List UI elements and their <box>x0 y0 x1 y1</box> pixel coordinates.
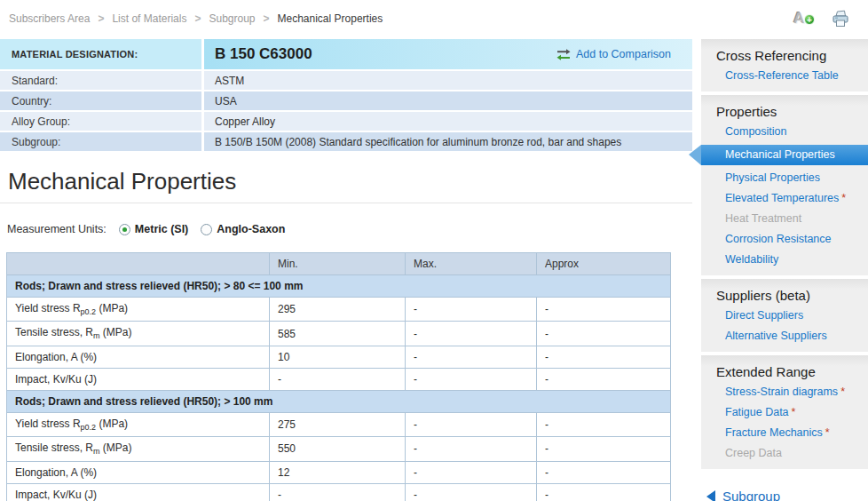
premium-star: * <box>792 406 796 418</box>
add-to-comparison-label: Add to Comparison <box>576 48 671 60</box>
sidebar-item-label: Elevated Temperatures <box>725 192 839 204</box>
compare-arrows-icon <box>556 49 571 60</box>
sidebar-item-alternative-suppliers[interactable]: Alternative Suppliers <box>701 326 868 346</box>
standard-value: ASTM <box>204 71 692 90</box>
section-label: Rods; Drawn and stress relieved (HR50); … <box>7 275 671 298</box>
property-label-text: Yield stress R <box>15 302 81 314</box>
material-designation-label: MATERIAL DESIGNATION: <box>0 39 201 69</box>
approx-value: - <box>537 298 671 322</box>
info-row-country: Country: USA <box>0 91 692 110</box>
property-label: Tensile stress, Rm (MPa) <box>7 437 270 461</box>
sidebar-item-label: Fracture Mechanics <box>725 426 823 439</box>
sidebar-item-fatigue-data[interactable]: Fatigue Data* <box>701 402 868 423</box>
min-value: - <box>270 368 406 390</box>
subgroup-value: B 150/B 150M (2008) Standard specificati… <box>204 132 692 151</box>
column-header-min: Min. <box>270 253 406 275</box>
sidebar-item-direct-suppliers[interactable]: Direct Suppliers <box>701 306 868 326</box>
breadcrumb-subgroup[interactable]: Subgroup <box>209 12 255 25</box>
approx-value: - <box>537 483 671 501</box>
chevron-right-icon: > <box>194 12 201 25</box>
sidebar-section-title: Suppliers (beta) <box>701 282 868 306</box>
add-to-comparison-button[interactable]: Add to Comparison <box>556 48 671 60</box>
approx-value: - <box>537 461 671 483</box>
max-value: - <box>406 346 537 368</box>
country-label: Country: <box>0 91 201 110</box>
material-designation-value-cell: B 150 C63000 Add to Comparison <box>204 39 692 69</box>
info-row-standard: Standard: ASTM <box>0 71 692 90</box>
back-to-subgroup-link[interactable]: Subgroup <box>706 489 868 501</box>
info-row-alloy-group: Alloy Group: Copper Alloy <box>0 112 692 131</box>
sidebar-item-label: Stress-Strain diagrams <box>725 386 838 398</box>
country-value: USA <box>204 91 692 110</box>
property-label-text: Tensile stress, R <box>15 326 93 338</box>
property-label-suffix: (MPa) <box>100 441 132 454</box>
table-row: Impact, Kv/Ku (J) - - - <box>7 368 671 390</box>
table-section-row: Rods; Drawn and stress relieved (HR50); … <box>7 275 671 298</box>
metric-radio-label[interactable]: Metric (SI) <box>135 223 188 235</box>
sidebar-item-elevated-temperatures[interactable]: Elevated Temperatures* <box>701 188 868 209</box>
sidebar-item-cross-reference-table[interactable]: Cross-Reference Table <box>701 66 868 86</box>
breadcrumb-subscribers-area[interactable]: Subscribers Area <box>9 12 90 25</box>
main-content: MATERIAL DESIGNATION: B 150 C63000 Add t… <box>0 39 692 501</box>
subgroup-label: Subgroup: <box>0 132 201 151</box>
min-value: 550 <box>270 437 406 461</box>
font-letter: A <box>793 10 804 27</box>
sidebar-item-corrosion-resistance[interactable]: Corrosion Resistance <box>701 229 868 250</box>
measurement-units-row: Measurement Units: Metric (SI) Anglo-Sax… <box>7 223 692 235</box>
property-label-text: Elongation, A (%) <box>15 351 97 363</box>
min-value: 10 <box>270 346 406 368</box>
standard-label: Standard: <box>0 71 201 90</box>
property-label: Elongation, A (%) <box>7 461 270 483</box>
property-label: Elongation, A (%) <box>7 346 270 368</box>
material-designation-header: MATERIAL DESIGNATION: B 150 C63000 Add t… <box>0 39 692 69</box>
measurement-units-label: Measurement Units: <box>7 223 107 235</box>
approx-value: - <box>537 412 671 436</box>
font-size-increase-icon[interactable]: A + <box>793 10 815 28</box>
sidebar-section-title: Properties <box>701 98 868 122</box>
min-value: 295 <box>270 298 406 322</box>
property-label: Tensile stress, Rm (MPa) <box>7 322 270 346</box>
approx-value: - <box>537 437 671 461</box>
anglo-saxon-radio-option[interactable]: Anglo-Saxon <box>201 223 285 235</box>
table-section-row: Rods; Drawn and stress relieved (HR50); … <box>7 390 671 412</box>
print-icon[interactable] <box>831 10 850 28</box>
property-label-text: Impact, Kv/Ku (J) <box>15 489 97 501</box>
max-value: - <box>406 437 537 461</box>
chevron-right-icon: > <box>98 12 104 25</box>
max-value: - <box>406 368 537 390</box>
approx-value: - <box>537 346 671 368</box>
max-value: - <box>406 461 537 483</box>
property-label: Impact, Kv/Ku (J) <box>7 483 270 501</box>
metric-radio-option[interactable]: Metric (SI) <box>119 223 188 235</box>
premium-star: * <box>825 426 830 439</box>
sidebar-item-mechanical-properties[interactable]: Mechanical Properties <box>701 145 868 165</box>
max-value: - <box>406 322 537 346</box>
sidebar-item-weldability[interactable]: Weldability <box>701 250 868 270</box>
back-to-subgroup-label: Subgroup <box>722 489 780 501</box>
column-header-max: Max. <box>406 253 537 275</box>
triangle-left-icon <box>706 490 715 501</box>
sidebar-item-fracture-mechanics[interactable]: Fracture Mechanics* <box>701 423 868 443</box>
table-row: Yield stress Rp0.2 (MPa) 295 - - <box>7 298 671 322</box>
metric-radio-button[interactable] <box>119 224 130 235</box>
min-value: 585 <box>270 322 406 346</box>
anglo-saxon-radio-button[interactable] <box>201 224 212 235</box>
sidebar-section-extended-range: Extended Range Stress-Strain diagrams* F… <box>701 355 868 469</box>
sidebar-item-creep-data: Creep Data <box>701 443 868 464</box>
property-label-sub: p0.2 <box>81 423 97 432</box>
breadcrumb-list-of-materials[interactable]: List of Materials <box>112 12 186 25</box>
table-header-row: Min. Max. Approx <box>7 253 671 275</box>
approx-value: - <box>537 368 671 390</box>
sidebar-item-composition[interactable]: Composition <box>701 122 868 142</box>
page-toolbar: A + <box>793 10 850 28</box>
anglo-saxon-radio-label[interactable]: Anglo-Saxon <box>217 223 285 235</box>
table-row: Tensile stress, Rm (MPa) 550 - - <box>7 437 671 461</box>
sidebar-item-stress-strain-diagrams[interactable]: Stress-Strain diagrams* <box>701 382 868 402</box>
sidebar-section-properties: Properties Composition Mechanical Proper… <box>701 95 868 275</box>
sidebar-item-physical-properties[interactable]: Physical Properties <box>701 168 868 188</box>
table-row: Tensile stress, Rm (MPa) 585 - - <box>7 322 671 346</box>
table-row: Impact, Kv/Ku (J) - - - <box>7 483 671 501</box>
max-value: - <box>406 412 537 436</box>
table-row: Yield stress Rp0.2 (MPa) 275 - - <box>7 412 671 436</box>
chevron-right-icon: > <box>264 12 270 25</box>
